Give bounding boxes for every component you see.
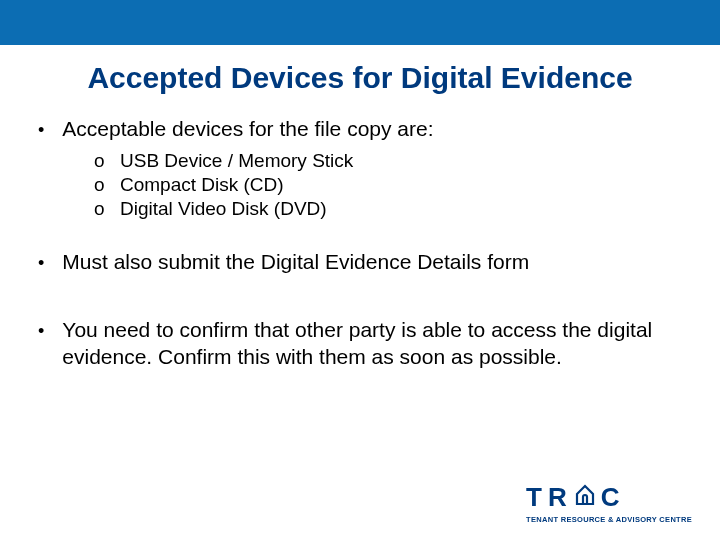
sub-text: Compact Disk (CD) <box>120 174 284 196</box>
list-item: o Digital Video Disk (DVD) <box>94 198 682 220</box>
house-icon <box>573 482 597 513</box>
list-item: o Compact Disk (CD) <box>94 174 682 196</box>
slide: Accepted Devices for Digital Evidence • … <box>0 0 720 540</box>
bullet-marker: • <box>38 254 44 272</box>
logo-subtitle: TENANT RESOURCE & ADVISORY CENTRE <box>526 515 692 524</box>
logo-letters: T R C <box>526 482 692 513</box>
bullet-marker: • <box>38 121 44 139</box>
bullet-text: You need to confirm that other party is … <box>62 316 682 371</box>
slide-body: • Acceptable devices for the file copy a… <box>0 95 720 370</box>
spacer <box>38 284 682 316</box>
logo-letter-r: R <box>548 482 569 513</box>
logo-letter-c: C <box>601 482 622 513</box>
sub-marker: o <box>94 198 106 220</box>
logo: T R C TENANT RESOURCE & ADVISORY CENTRE <box>526 482 692 524</box>
sub-marker: o <box>94 150 106 172</box>
bullet-text: Must also submit the Digital Evidence De… <box>62 248 529 275</box>
bullet-item: • You need to confirm that other party i… <box>38 316 682 371</box>
bullet-marker: • <box>38 322 44 340</box>
bullet-item: • Must also submit the Digital Evidence … <box>38 248 682 275</box>
sub-text: USB Device / Memory Stick <box>120 150 353 172</box>
sub-list: o USB Device / Memory Stick o Compact Di… <box>94 150 682 220</box>
header-bar <box>0 0 720 45</box>
logo-letter-t: T <box>526 482 544 513</box>
bullet-item: • Acceptable devices for the file copy a… <box>38 115 682 142</box>
sub-text: Digital Video Disk (DVD) <box>120 198 327 220</box>
bullet-text: Acceptable devices for the file copy are… <box>62 115 433 142</box>
page-title: Accepted Devices for Digital Evidence <box>0 61 720 95</box>
list-item: o USB Device / Memory Stick <box>94 150 682 172</box>
sub-marker: o <box>94 174 106 196</box>
